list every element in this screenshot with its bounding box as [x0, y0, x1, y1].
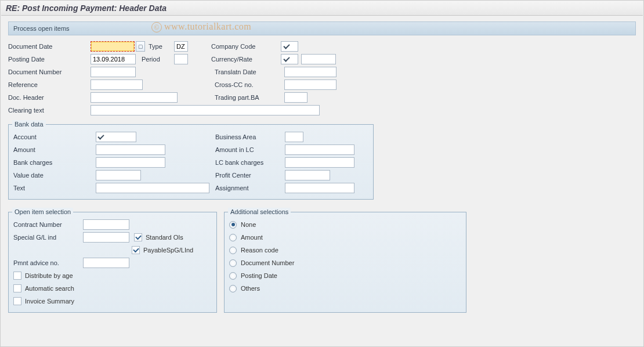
radio-reason-code[interactable] — [229, 247, 237, 254]
assignment-input[interactable] — [285, 183, 354, 193]
radio-amount[interactable] — [229, 234, 237, 241]
watermark: ©www.tutorialkart.com — [151, 21, 251, 32]
radio-posting-date[interactable] — [229, 272, 237, 280]
posting-date-label: Posting Date — [8, 56, 89, 63]
business-area-label: Business Area — [212, 133, 284, 140]
type-input[interactable] — [174, 41, 188, 52]
account-input[interactable] — [96, 132, 136, 142]
pmnt-advice-input[interactable] — [83, 258, 129, 268]
open-item-selection-group: Open item selection Contract Number Spec… — [8, 208, 217, 313]
clearing-text-input[interactable] — [91, 105, 320, 115]
trading-part-input[interactable] — [284, 92, 307, 103]
clearing-text-label: Clearing text — [8, 107, 89, 114]
radio-amount-label: Amount — [241, 234, 263, 241]
currency-rate-input-b[interactable] — [301, 54, 336, 64]
process-open-items-label: Process open items — [13, 25, 70, 32]
distribute-label: Distribute by age — [25, 272, 73, 279]
special-gl-label: Special G/L ind — [13, 234, 82, 241]
amount-label: Amount — [13, 146, 95, 153]
bank-charges-label: Bank charges — [13, 159, 95, 166]
radio-document-number[interactable] — [229, 259, 237, 267]
assignment-label: Assignment — [212, 185, 284, 191]
document-number-input[interactable] — [91, 67, 136, 77]
radio-document-number-label: Document Number — [241, 259, 294, 266]
amount-lc-input[interactable] — [285, 144, 354, 155]
special-gl-input[interactable] — [83, 232, 129, 243]
amount-input[interactable] — [96, 144, 165, 155]
standard-ois-checkbox[interactable] — [134, 233, 142, 241]
invoice-summary-label: Invoice Summary — [25, 298, 74, 305]
posting-date-input[interactable] — [91, 54, 136, 64]
currency-rate-label: Currency/Rate — [208, 56, 280, 63]
company-code-label: Company Code — [208, 43, 280, 50]
cross-cc-input[interactable] — [284, 79, 337, 90]
doc-header-label: Doc. Header — [8, 94, 89, 101]
payable-spg-checkbox[interactable] — [132, 246, 140, 254]
automatic-checkbox[interactable] — [13, 284, 21, 292]
account-label: Account — [13, 133, 95, 140]
trading-part-label: Trading part.BA — [211, 94, 283, 101]
page-title: RE: Post Incoming Payment: Header Data — [1, 1, 643, 16]
company-code-input[interactable] — [281, 41, 298, 52]
bank-data-group: Bank data Account Business Area Amount — [8, 120, 374, 200]
distribute-checkbox[interactable] — [13, 272, 21, 280]
radio-others-label: Others — [241, 285, 260, 292]
document-date-label: Document Date — [8, 43, 89, 50]
invoice-summary-checkbox[interactable] — [13, 297, 21, 305]
value-date-input[interactable] — [96, 170, 141, 180]
cross-cc-label: Cross-CC no. — [211, 81, 283, 88]
bank-data-legend: Bank data — [12, 120, 46, 128]
pmnt-advice-label: Pmnt advice no. — [13, 259, 82, 266]
process-open-items-button[interactable]: Process open items — [8, 21, 636, 35]
lc-bank-charges-input[interactable] — [285, 157, 354, 168]
additional-selections-legend: Additional selections — [228, 208, 291, 216]
reference-input[interactable] — [91, 79, 143, 90]
translatn-date-label: Translatn Date — [211, 68, 283, 75]
period-input[interactable] — [174, 54, 188, 64]
doc-header-input[interactable] — [91, 92, 178, 103]
bank-charges-input[interactable] — [96, 157, 165, 168]
payable-spg-label: PayableSpG/LInd — [143, 247, 193, 254]
radio-others[interactable] — [229, 285, 237, 292]
additional-selections-group: Additional selections None Amount Reason… — [224, 208, 466, 313]
document-date-help-icon[interactable]: ▢ — [136, 41, 145, 52]
automatic-label: Automatic search — [25, 285, 74, 292]
text-label: Text — [13, 185, 95, 191]
value-date-label: Value date — [13, 172, 95, 179]
profit-center-input[interactable] — [285, 170, 330, 180]
radio-posting-date-label: Posting Date — [241, 272, 277, 279]
open-item-selection-legend: Open item selection — [12, 208, 73, 216]
currency-rate-input-a[interactable] — [281, 54, 298, 64]
document-number-label: Document Number — [8, 68, 89, 75]
contract-number-label: Contract Number — [13, 221, 82, 228]
lc-bank-charges-label: LC bank charges — [212, 159, 284, 166]
document-date-input[interactable] — [91, 41, 135, 52]
amount-lc-label: Amount in LC — [212, 146, 284, 153]
type-label: Type — [146, 43, 173, 50]
radio-none[interactable] — [229, 221, 237, 229]
text-input[interactable] — [96, 183, 209, 193]
standard-ois-label: Standard OIs — [146, 234, 183, 241]
radio-reason-code-label: Reason code — [241, 247, 278, 254]
profit-center-label: Profit Center — [212, 172, 284, 179]
period-label: Period — [137, 56, 173, 63]
contract-number-input[interactable] — [83, 219, 129, 230]
translatn-date-input[interactable] — [284, 67, 337, 77]
radio-none-label: None — [241, 221, 256, 228]
reference-label: Reference — [8, 81, 89, 88]
business-area-input[interactable] — [285, 132, 303, 142]
